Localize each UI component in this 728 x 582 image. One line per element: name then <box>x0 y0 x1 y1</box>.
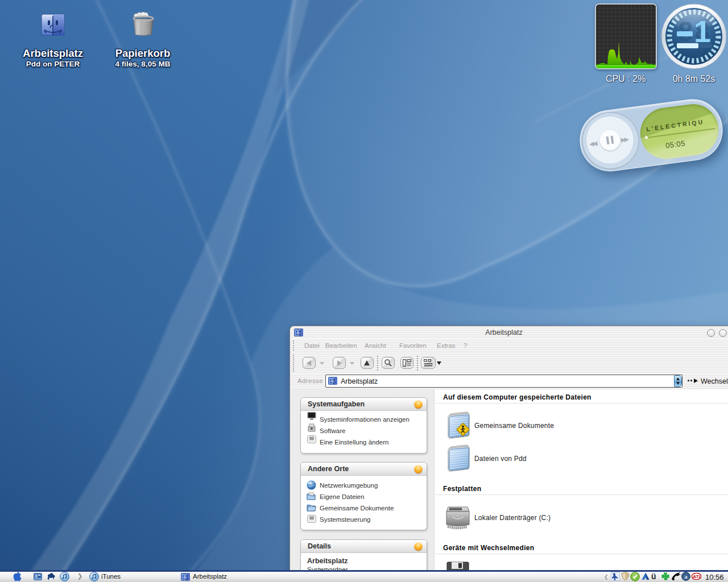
svg-text:a: a <box>684 573 688 580</box>
svg-text:ATI: ATI <box>693 574 700 579</box>
